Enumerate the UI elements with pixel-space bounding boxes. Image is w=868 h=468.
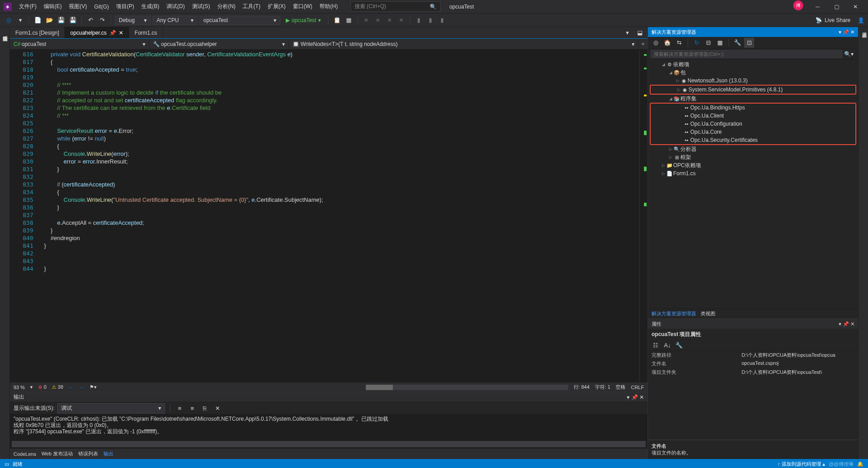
menu-edit[interactable]: 编辑(E) [40, 3, 65, 10]
warning-count[interactable]: ⚠ 38 [52, 384, 63, 390]
tree-asm-0[interactable]: ▪▪Opc.Ua.Bindings.Https [651, 104, 855, 112]
menu-view[interactable]: 视图(V) [65, 3, 90, 10]
pt-class-view[interactable]: 类视图 [701, 310, 715, 317]
output-copy-icon[interactable]: ⎘ [200, 403, 210, 413]
left-rail-toolbox[interactable]: 工具箱 [0, 29, 1, 457]
solution-tree[interactable]: ◢⚙依赖项 ◢📦包 ▷◉Newtonsoft.Json (13.0.3) ▷◉S… [648, 59, 858, 309]
nav-class-dropdown[interactable]: 🔧 opcuaTest.opcuahelper▾ [149, 40, 289, 48]
props-az-icon[interactable]: A↓ [662, 341, 672, 350]
tb-icon-1[interactable]: 📋 [332, 15, 342, 25]
prev-issue-button[interactable]: ← [69, 385, 74, 390]
redo-button[interactable]: ↷ [97, 15, 107, 25]
close-button[interactable]: ✕ [846, 0, 864, 13]
h-scrollbar[interactable] [366, 385, 568, 390]
nav-method-dropdown[interactable]: 🔲 WriteNodes<T>(T t, string nodeAddress)… [289, 40, 639, 48]
output-clear2-icon[interactable]: ✕ [212, 403, 222, 413]
nav-split-icon[interactable]: ÷ [639, 41, 648, 47]
props-wrench-icon[interactable]: 🔧 [674, 341, 684, 350]
se-search-icon[interactable]: 🔍▾ [842, 51, 855, 57]
outline-margin[interactable] [37, 50, 44, 382]
platform-dropdown[interactable]: Any CPU▾ [153, 16, 198, 25]
tree-dependencies[interactable]: ◢⚙依赖项 [648, 60, 858, 68]
props-close-icon[interactable]: ✕ [850, 321, 855, 327]
output-content[interactable]: "opcuaTest.exe" (CoreCLR: clrhost): 已加载 … [10, 414, 648, 441]
se-refresh-icon[interactable]: ↻ [692, 38, 702, 48]
tree-analyzers[interactable]: ▷🔍分析器 [648, 145, 858, 153]
tree-packages[interactable]: ◢📦包 [648, 68, 858, 77]
save-all-button[interactable]: 💾 [68, 15, 78, 25]
se-collapse-icon[interactable]: ⊟ [703, 38, 713, 48]
tabs-dropdown-icon[interactable]: ▾ [622, 28, 632, 38]
right-rail-diagnostics[interactable]: 诊断工具 [861, 29, 868, 457]
tb-icon-5[interactable]: ≡ [385, 15, 395, 25]
menu-tools[interactable]: 工具(T) [239, 3, 264, 10]
tree-asm-1[interactable]: ▪▪Opc.Ua.Client [651, 112, 855, 120]
se-pin-icon[interactable]: 📌 [843, 29, 849, 35]
minimize-button[interactable]: ─ [809, 0, 827, 13]
se-show-all-icon[interactable]: ▦ [715, 38, 725, 48]
nav-project-dropdown[interactable]: C# opcuaTest▾ [10, 40, 149, 48]
code-editor[interactable]: 8168178188198208218228238248258268278288… [10, 50, 648, 382]
add-source-control[interactable]: ↑ 添加到源代码管理 ▴ [778, 461, 825, 468]
open-button[interactable]: 📂 [45, 15, 54, 25]
output-wrap-icon[interactable]: ≡ [187, 403, 197, 413]
back-button[interactable]: ◎ [4, 15, 13, 25]
notifications-icon[interactable]: 🔔 [857, 461, 864, 467]
tab-form1-design[interactable]: Form1.cs [Design] [10, 27, 65, 38]
se-dropdown-icon[interactable]: ▾ [839, 29, 841, 35]
zoom-level[interactable]: 93 % [13, 385, 25, 390]
tb-icon-9[interactable]: ▮ [437, 15, 447, 25]
run-button[interactable]: ▶ opcuaTest ▾ [282, 16, 324, 24]
menu-help[interactable]: 帮助(H) [316, 3, 342, 10]
output-pin-icon[interactable]: ▾ 📌 [627, 394, 638, 400]
menu-extensions[interactable]: 扩展(X) [264, 3, 289, 10]
close-tab-icon[interactable]: ✕ [119, 30, 123, 36]
se-home-icon[interactable]: 🏠 [662, 38, 672, 48]
tree-asm-2[interactable]: ▪▪Opc.Ua.Configuration [651, 120, 855, 128]
se-search-input[interactable] [651, 50, 842, 58]
tree-newtonsoft[interactable]: ▷◉Newtonsoft.Json (13.0.3) [648, 77, 858, 85]
left-rail-server-explorer[interactable]: 服务器资源管理器 [1, 29, 9, 457]
save-button[interactable]: 💾 [56, 15, 66, 25]
tb-icon-6[interactable]: ≡ [396, 15, 406, 25]
tab-codelens[interactable]: CodeLens [13, 451, 36, 457]
live-share-button[interactable]: 📡 Live Share 👤 [815, 17, 864, 23]
se-preview-icon[interactable]: ⊡ [744, 38, 754, 48]
menu-test[interactable]: 测试(S) [189, 3, 214, 10]
tree-frameworks[interactable]: ▷⊞框架 [648, 153, 858, 161]
error-count[interactable]: ⊗ 0 [38, 384, 46, 390]
char-indicator[interactable]: 字符: 1 [595, 384, 610, 391]
account-icon[interactable]: 👤 [858, 17, 864, 23]
tb-icon-4[interactable]: ≡ [373, 15, 383, 25]
maximize-button[interactable]: ▢ [828, 0, 846, 13]
menu-analyze[interactable]: 分析(N) [214, 3, 239, 10]
output-source-dropdown[interactable]: 调试▾ [57, 403, 165, 413]
tab-opcuahelper[interactable]: opcuahelper.cs 📌 ✕ [65, 27, 129, 38]
menu-file[interactable]: 文件(F) [15, 3, 40, 10]
new-item-button[interactable]: 📄 [33, 15, 43, 25]
tb-icon-8[interactable]: ▮ [426, 15, 436, 25]
menu-build[interactable]: 生成(B) [138, 3, 163, 10]
props-grid[interactable]: 完整路径D:\个人资料\OPCUA资料\opcuaTest\opcua 文件名o… [648, 351, 858, 377]
output-close-icon[interactable]: ✕ [639, 394, 644, 400]
tab-error-list[interactable]: 错误列表 [78, 450, 98, 457]
menu-window[interactable]: 窗口(W) [289, 3, 316, 10]
tree-asm-4[interactable]: ▪▪Opc.Ua.Security.Certificates [651, 136, 855, 144]
forward-button[interactable]: ▾ [15, 15, 25, 25]
pin-icon[interactable]: 📌 [109, 30, 116, 36]
pt-solution-explorer[interactable]: 解决方案资源管理器 [652, 310, 696, 317]
tab-output[interactable]: 输出 [103, 450, 113, 457]
tree-form1-cs[interactable]: ▷📄Form1.cs [648, 169, 858, 177]
tab-form1-cs[interactable]: Form1.cs [129, 27, 163, 38]
tree-asm-3[interactable]: ▪▪Opc.Ua.Core [651, 128, 855, 136]
output-h-scrollbar[interactable] [12, 441, 646, 447]
line-indicator[interactable]: 行: 844 [574, 384, 589, 391]
code-content[interactable]: private void CertificateValidation(Certi… [44, 50, 639, 382]
flag-icon[interactable]: ⚑▾ [90, 384, 97, 390]
se-properties-icon[interactable]: 🔧 [733, 38, 742, 48]
spaces-indicator[interactable]: 空格 [616, 384, 625, 391]
menu-git[interactable]: Git(G) [90, 4, 112, 10]
undo-button[interactable]: ↶ [85, 15, 95, 25]
tree-opc-deps[interactable]: ▷📁OPC依赖项 [648, 161, 858, 169]
tab-web-publish[interactable]: Web 发布活动 [41, 450, 72, 457]
